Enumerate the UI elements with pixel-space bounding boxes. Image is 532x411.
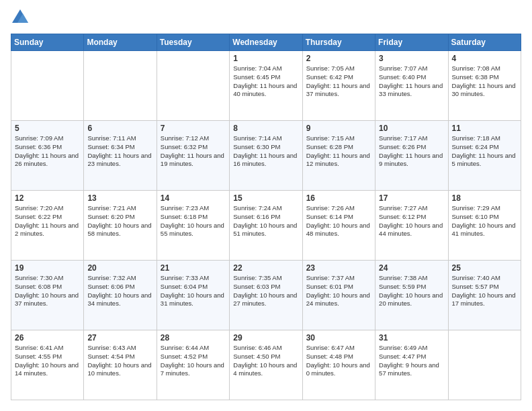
day-number: 12 [15,193,80,203]
weekday-tuesday: Tuesday [157,34,229,51]
week-row-2: 12Sunrise: 7:20 AM Sunset: 6:22 PM Dayli… [11,191,521,261]
day-info: Sunrise: 7:15 AM Sunset: 6:28 PM Dayligh… [306,134,371,169]
calendar-cell: 16Sunrise: 7:26 AM Sunset: 6:14 PM Dayli… [302,191,375,261]
calendar-cell: 26Sunrise: 6:41 AM Sunset: 4:55 PM Dayli… [11,330,84,400]
day-info: Sunrise: 7:07 AM Sunset: 6:40 PM Dayligh… [379,64,444,99]
day-number: 24 [379,263,444,273]
day-number: 8 [233,124,298,133]
day-number: 10 [379,124,444,133]
day-number: 7 [161,124,226,133]
day-number: 20 [87,263,152,273]
weekday-monday: Monday [84,34,157,51]
header [11,11,521,27]
day-info: Sunrise: 6:47 AM Sunset: 4:48 PM Dayligh… [306,344,371,378]
calendar-cell: 9Sunrise: 7:15 AM Sunset: 6:28 PM Daylig… [302,121,375,191]
week-row-0: 1Sunrise: 7:04 AM Sunset: 6:45 PM Daylig… [11,51,521,121]
day-number: 11 [452,124,517,133]
day-info: Sunrise: 7:23 AM Sunset: 6:18 PM Dayligh… [161,204,226,238]
day-info: Sunrise: 7:21 AM Sunset: 6:20 PM Dayligh… [87,204,152,238]
day-number: 19 [15,263,80,273]
calendar-cell: 27Sunrise: 6:43 AM Sunset: 4:54 PM Dayli… [84,330,157,400]
day-info: Sunrise: 6:41 AM Sunset: 4:55 PM Dayligh… [15,344,80,378]
calendar-cell: 23Sunrise: 7:37 AM Sunset: 6:01 PM Dayli… [302,261,375,330]
day-number: 29 [233,333,298,342]
day-info: Sunrise: 7:20 AM Sunset: 6:22 PM Dayligh… [15,204,80,238]
day-info: Sunrise: 7:38 AM Sunset: 5:59 PM Dayligh… [379,274,444,308]
day-info: Sunrise: 7:27 AM Sunset: 6:12 PM Dayligh… [379,204,444,238]
day-number: 18 [452,193,517,203]
day-number: 28 [161,333,226,342]
calendar-cell: 25Sunrise: 7:40 AM Sunset: 5:57 PM Dayli… [448,261,521,330]
day-info: Sunrise: 6:49 AM Sunset: 4:47 PM Dayligh… [379,344,444,378]
day-info: Sunrise: 7:33 AM Sunset: 6:04 PM Dayligh… [161,274,226,308]
calendar-cell: 7Sunrise: 7:12 AM Sunset: 6:32 PM Daylig… [157,121,229,191]
day-number: 27 [87,333,152,342]
day-info: Sunrise: 6:44 AM Sunset: 4:52 PM Dayligh… [161,344,226,378]
day-number: 2 [306,54,371,63]
day-number: 14 [161,193,226,203]
calendar-cell: 3Sunrise: 7:07 AM Sunset: 6:40 PM Daylig… [375,51,448,121]
day-info: Sunrise: 7:05 AM Sunset: 6:42 PM Dayligh… [306,64,371,99]
day-number: 22 [233,263,298,273]
calendar-cell [448,330,521,400]
weekday-thursday: Thursday [302,34,375,51]
weekday-saturday: Saturday [448,34,521,51]
day-info: Sunrise: 7:09 AM Sunset: 6:36 PM Dayligh… [15,134,80,169]
day-number: 4 [452,54,517,63]
calendar-table: SundayMondayTuesdayWednesdayThursdayFrid… [11,34,521,400]
logo-icon [11,8,30,27]
day-info: Sunrise: 7:17 AM Sunset: 6:26 PM Dayligh… [379,134,444,169]
day-info: Sunrise: 7:04 AM Sunset: 6:45 PM Dayligh… [233,64,298,99]
day-number: 6 [87,124,152,133]
calendar-cell [11,51,84,121]
calendar-cell [84,51,157,121]
calendar-cell: 18Sunrise: 7:29 AM Sunset: 6:10 PM Dayli… [448,191,521,261]
day-info: Sunrise: 7:26 AM Sunset: 6:14 PM Dayligh… [306,204,371,238]
calendar-cell: 2Sunrise: 7:05 AM Sunset: 6:42 PM Daylig… [302,51,375,121]
week-row-3: 19Sunrise: 7:30 AM Sunset: 6:08 PM Dayli… [11,261,521,330]
calendar-cell: 24Sunrise: 7:38 AM Sunset: 5:59 PM Dayli… [375,261,448,330]
day-info: Sunrise: 7:40 AM Sunset: 5:57 PM Dayligh… [452,274,517,308]
weekday-wednesday: Wednesday [230,34,302,51]
page: SundayMondayTuesdayWednesdayThursdayFrid… [0,0,532,411]
day-number: 17 [379,193,444,203]
day-info: Sunrise: 7:18 AM Sunset: 6:24 PM Dayligh… [452,134,517,169]
day-number: 21 [161,263,226,273]
calendar-cell: 17Sunrise: 7:27 AM Sunset: 6:12 PM Dayli… [375,191,448,261]
day-number: 5 [15,124,80,133]
calendar-cell: 13Sunrise: 7:21 AM Sunset: 6:20 PM Dayli… [84,191,157,261]
day-info: Sunrise: 7:37 AM Sunset: 6:01 PM Dayligh… [306,274,371,308]
calendar-cell: 15Sunrise: 7:24 AM Sunset: 6:16 PM Dayli… [230,191,302,261]
calendar-cell: 12Sunrise: 7:20 AM Sunset: 6:22 PM Dayli… [11,191,84,261]
day-info: Sunrise: 7:11 AM Sunset: 6:34 PM Dayligh… [87,134,152,169]
day-number: 9 [306,124,371,133]
day-info: Sunrise: 7:12 AM Sunset: 6:32 PM Dayligh… [161,134,226,169]
day-number: 30 [306,333,371,342]
day-number: 15 [233,193,298,203]
day-info: Sunrise: 7:29 AM Sunset: 6:10 PM Dayligh… [452,204,517,238]
calendar-cell: 14Sunrise: 7:23 AM Sunset: 6:18 PM Dayli… [157,191,229,261]
day-number: 26 [15,333,80,342]
calendar-cell: 11Sunrise: 7:18 AM Sunset: 6:24 PM Dayli… [448,121,521,191]
day-info: Sunrise: 7:32 AM Sunset: 6:06 PM Dayligh… [87,274,152,308]
calendar-cell: 22Sunrise: 7:35 AM Sunset: 6:03 PM Dayli… [230,261,302,330]
day-number: 16 [306,193,371,203]
day-info: Sunrise: 6:46 AM Sunset: 4:50 PM Dayligh… [233,344,298,378]
weekday-friday: Friday [375,34,448,51]
calendar-cell [157,51,229,121]
day-number: 31 [379,333,444,342]
day-info: Sunrise: 7:24 AM Sunset: 6:16 PM Dayligh… [233,204,298,238]
calendar-cell: 5Sunrise: 7:09 AM Sunset: 6:36 PM Daylig… [11,121,84,191]
week-row-4: 26Sunrise: 6:41 AM Sunset: 4:55 PM Dayli… [11,330,521,400]
logo [11,11,31,27]
calendar-cell: 10Sunrise: 7:17 AM Sunset: 6:26 PM Dayli… [375,121,448,191]
calendar-cell: 30Sunrise: 6:47 AM Sunset: 4:48 PM Dayli… [302,330,375,400]
calendar-cell: 19Sunrise: 7:30 AM Sunset: 6:08 PM Dayli… [11,261,84,330]
day-info: Sunrise: 6:43 AM Sunset: 4:54 PM Dayligh… [87,344,152,378]
calendar-cell: 28Sunrise: 6:44 AM Sunset: 4:52 PM Dayli… [157,330,229,400]
calendar-cell: 29Sunrise: 6:46 AM Sunset: 4:50 PM Dayli… [230,330,302,400]
calendar-cell: 8Sunrise: 7:14 AM Sunset: 6:30 PM Daylig… [230,121,302,191]
day-number: 3 [379,54,444,63]
weekday-sunday: Sunday [11,34,84,51]
calendar-cell: 1Sunrise: 7:04 AM Sunset: 6:45 PM Daylig… [230,51,302,121]
